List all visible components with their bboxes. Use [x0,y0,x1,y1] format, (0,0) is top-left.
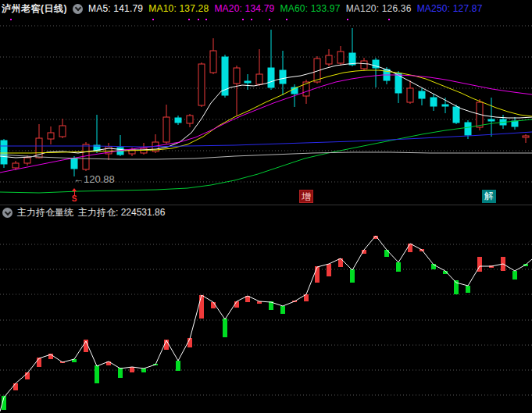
ma250-legend: MA250: 127.87 [417,3,483,14]
chevron-down-icon[interactable] [73,4,83,14]
stock-title: 泸州老窖(日线) [2,2,67,16]
event-badge-zeng[interactable]: 增 [299,190,313,203]
ma5-legend: MA5: 141.79 [88,3,143,14]
marked-low-price-label: ←120.88 [73,173,115,185]
indicator-header: 主力持仓量统 主力持仓: 224531.86 [2,206,165,219]
event-badge-jie[interactable]: 解 [482,190,496,203]
sell-signal-marker: S [70,188,79,203]
ma10-legend: MA10: 137.28 [148,3,209,14]
chevron-glyph [4,208,10,215]
ma120-legend: MA120: 126.36 [346,3,412,14]
trading-app-window: 泸州老窖(日线) MA5: 141.79 MA10: 137.28 MA20: … [0,0,532,413]
indicator-chart[interactable] [0,205,532,413]
panel-divider [0,205,532,205]
chart-header: 泸州老窖(日线) MA5: 141.79 MA10: 137.28 MA20: … [2,0,483,17]
ma60-legend: MA60: 133.97 [280,3,341,14]
indicator-value: 主力持仓: 224531.86 [78,206,165,219]
chevron-glyph [74,5,80,11]
sell-marker-letter: S [72,195,77,203]
chevron-down-icon[interactable] [2,208,12,218]
ma20-legend: MA20: 134.79 [214,3,274,14]
indicator-name: 主力持仓量统 [17,206,73,219]
